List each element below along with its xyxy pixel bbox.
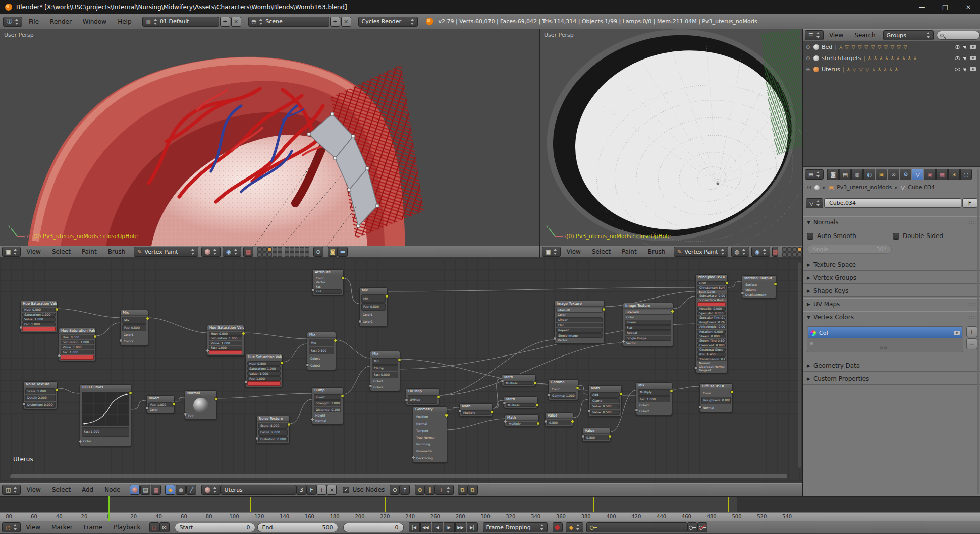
menu-item[interactable]: Search bbox=[849, 32, 881, 39]
close-button[interactable]: × bbox=[957, 0, 980, 14]
menu-item[interactable]: Select bbox=[586, 248, 616, 255]
properties-tab[interactable]: ▦ bbox=[936, 169, 948, 180]
node-row[interactable]: Dot bbox=[187, 414, 215, 418]
color-swatch[interactable] bbox=[22, 327, 56, 331]
node-row[interactable]: Normal bbox=[314, 419, 341, 423]
shader-type-texture-button[interactable]: ▦ bbox=[151, 485, 161, 495]
panel-vertex-colors[interactable]: ▼Vertex Colors :::: bbox=[803, 311, 980, 323]
node-row[interactable]: Clearcoat: 0.000 bbox=[697, 343, 726, 347]
node-row[interactable]: Backfacing bbox=[415, 455, 445, 461]
outliner-item[interactable]: ⊕ Bed | ⅄ ▽ ▽ ▽ ▽ ▽ ▽ ▽ ▽ ▽ ▽ bbox=[803, 41, 980, 52]
shader-node[interactable]: Value0.500 bbox=[545, 412, 573, 427]
node-row[interactable]: Distortion: 0.000 bbox=[25, 402, 56, 408]
node-row[interactable]: Strength: 1.000 bbox=[314, 400, 341, 406]
node-row[interactable]: Color bbox=[148, 408, 173, 412]
display-filter-selector[interactable]: Groups bbox=[883, 30, 934, 40]
node-row[interactable]: Subsurface Radius bbox=[697, 299, 726, 302]
panel-custom-properties[interactable]: ▶Custom Properties :::: bbox=[803, 373, 980, 385]
render-opengl-button[interactable]: ◙ bbox=[328, 247, 338, 257]
menu-item[interactable]: Paint bbox=[616, 248, 642, 255]
pivot-point-selector[interactable]: ◉ bbox=[223, 247, 241, 257]
list-resize-grip[interactable]: ≡≡ bbox=[879, 345, 888, 350]
node-row[interactable]: Christensen-Burley bbox=[697, 286, 726, 290]
node-row[interactable]: Color bbox=[625, 315, 671, 319]
panel-uv-maps[interactable]: ▶UV Maps :::: bbox=[803, 298, 980, 310]
shader-node[interactable]: MixMixFac: 0.500Color1Color2 bbox=[359, 287, 388, 327]
outliner-item[interactable]: ⊕ Uterus | ⅄ ▽ ▽ ▽ ⅄ ⅄ ⅄ ⅄ ⅄ bbox=[803, 64, 980, 75]
node-row[interactable]: Fac: 1.000 bbox=[22, 322, 56, 327]
object-name[interactable]: Bed bbox=[822, 44, 832, 50]
expand-icon[interactable]: ⊕ bbox=[806, 44, 811, 50]
node-row[interactable]: GGX bbox=[697, 281, 726, 285]
shader-node[interactable]: MathMultiply bbox=[502, 374, 536, 386]
node-row[interactable]: Fac: 0.500 bbox=[309, 347, 334, 354]
selectability-cursor-icon[interactable] bbox=[963, 67, 967, 71]
node-row[interactable]: Multiply bbox=[638, 389, 670, 396]
id-type-icon-button[interactable]: ▽ bbox=[806, 198, 823, 208]
shader-node[interactable]: GammaColorGamma: 1.000 bbox=[548, 379, 578, 400]
editor-type-selector[interactable]: ◷ bbox=[2, 522, 21, 532]
timeline-tracks[interactable] bbox=[0, 496, 980, 512]
image-name-field[interactable]: uterusN bbox=[625, 310, 671, 315]
shader-node[interactable]: Image TextureuterusDColorLinearFlatRepea… bbox=[554, 301, 605, 344]
editor-type-selector[interactable]: ☰ bbox=[805, 30, 824, 40]
screen-layout-selector[interactable]: ▥ 01 Default bbox=[142, 17, 219, 27]
snap-node-button[interactable]: ⊕ bbox=[415, 485, 425, 495]
node-row[interactable]: Color1 bbox=[638, 403, 670, 408]
panel-normals[interactable]: ▼Normals :::: bbox=[803, 216, 980, 228]
timeline-ruler[interactable]: -80-60-40-200204060801001201401601802002… bbox=[0, 512, 980, 521]
close-layout-button[interactable]: × bbox=[231, 17, 241, 27]
node-row[interactable]: Color1 bbox=[309, 355, 334, 362]
menu-item[interactable]: File bbox=[23, 18, 44, 25]
node-row[interactable]: Mix bbox=[309, 339, 334, 346]
panel-drag-grip[interactable]: :::: bbox=[969, 276, 976, 280]
sync-mode-selector[interactable]: Frame Dropping bbox=[483, 522, 548, 532]
node-row[interactable]: Distortion: 0.000 bbox=[258, 436, 288, 442]
panel-shape-keys[interactable]: ▶Shape Keys :::: bbox=[803, 285, 980, 297]
node-row[interactable]: Fac: 1.000 bbox=[209, 346, 242, 350]
node-row[interactable]: Linear bbox=[625, 320, 671, 325]
node-row[interactable]: Height bbox=[314, 413, 341, 418]
node-row[interactable]: Roughness: 0.267 bbox=[697, 320, 726, 324]
node-row[interactable]: Color bbox=[701, 390, 731, 396]
node-row[interactable]: Vector bbox=[314, 281, 342, 285]
node-row[interactable]: Scale: 5.000 bbox=[258, 423, 288, 429]
node-row[interactable]: Hue: 0.500 bbox=[61, 335, 94, 339]
menu-item[interactable]: Playback bbox=[108, 524, 146, 531]
menu-item[interactable]: View bbox=[21, 524, 46, 531]
transport-button[interactable]: ▶| bbox=[467, 522, 478, 532]
shader-node[interactable]: Hue Saturation ValueHue: 0.500Saturation… bbox=[207, 325, 244, 356]
node-row[interactable]: Color2 bbox=[361, 319, 386, 326]
menu-item[interactable]: Marker bbox=[46, 524, 78, 531]
object-name[interactable]: stretchTargets bbox=[822, 55, 861, 62]
node-row[interactable]: Color1 bbox=[372, 379, 398, 384]
node-row[interactable]: Mix bbox=[361, 294, 386, 303]
node-row[interactable]: Fac: 1.000 bbox=[247, 376, 281, 381]
node-row[interactable]: Subsurface: 0.000 bbox=[697, 294, 726, 298]
node-row[interactable]: Single Image bbox=[625, 336, 671, 341]
node-row[interactable]: Repeat bbox=[556, 328, 603, 333]
node-row[interactable]: Multiply bbox=[504, 381, 534, 385]
node-row[interactable]: Fac: 0.500 bbox=[361, 303, 386, 311]
double-sided-checkbox[interactable]: Double Sided bbox=[893, 232, 943, 240]
color-swatch[interactable] bbox=[247, 381, 281, 386]
properties-tab[interactable]: ▽ bbox=[912, 169, 923, 180]
shader-node[interactable]: NormalDot bbox=[185, 390, 217, 420]
expand-icon[interactable]: ⊕ bbox=[806, 67, 811, 72]
node-row[interactable]: Fac: 1.000 bbox=[638, 396, 670, 403]
unlink-material-button[interactable]: × bbox=[326, 485, 337, 495]
node-row[interactable]: Linear bbox=[556, 317, 603, 322]
add-layout-button[interactable]: + bbox=[220, 17, 230, 27]
node-row[interactable]: Color bbox=[556, 313, 603, 317]
shader-node[interactable]: BumpInvertStrength: 1.000Distance: 0.100… bbox=[312, 387, 343, 425]
node-row[interactable]: Sheen Tint: 0.500 bbox=[697, 339, 726, 343]
node-row[interactable]: Incoming bbox=[415, 441, 445, 448]
shader-node[interactable]: MixMixClampFac: 0.500Color1Color2 bbox=[370, 351, 400, 391]
node-row[interactable]: Displacement bbox=[744, 292, 774, 297]
menu-item[interactable]: View bbox=[561, 248, 586, 255]
shader-node[interactable]: Material OutputSurfaceVolumeDisplacement bbox=[742, 275, 776, 299]
node-row[interactable]: Roughness: 0.000 bbox=[701, 397, 731, 404]
visibility-eye-icon[interactable] bbox=[955, 45, 960, 49]
maximize-button[interactable]: □ bbox=[934, 0, 957, 14]
node-row[interactable]: Multiply bbox=[506, 403, 536, 407]
